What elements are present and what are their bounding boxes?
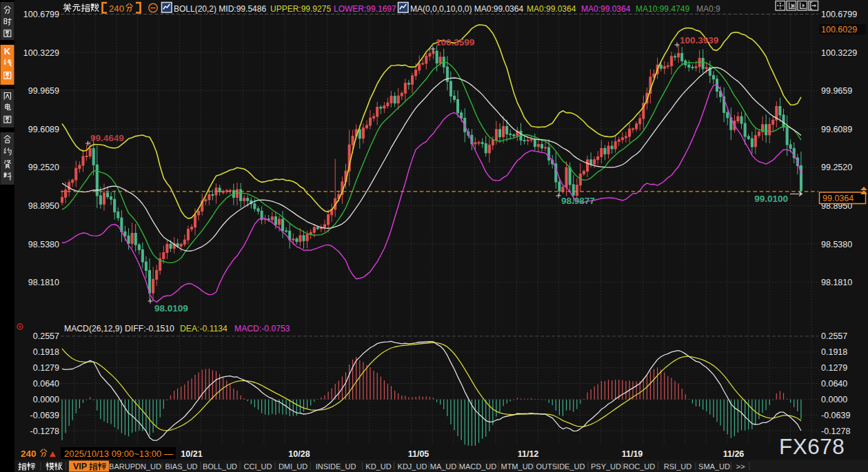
svg-text:-0.0639: -0.0639: [30, 411, 59, 420]
svg-text:100.6029: 100.6029: [821, 25, 857, 34]
svg-text:2025/10/13 09:00~13:00 —: 2025/10/13 09:00~13:00 —: [64, 449, 173, 459]
svg-text:100.3229: 100.3229: [23, 48, 59, 58]
svg-text:MA_UD: MA_UD: [430, 462, 457, 471]
svg-text:ROC_UD: ROC_UD: [623, 462, 656, 471]
svg-text:SMA_UD: SMA_UD: [698, 462, 730, 471]
svg-text:98.1810: 98.1810: [821, 278, 852, 287]
svg-text:100.3599: 100.3599: [436, 37, 474, 48]
svg-text:RSI_UD: RSI_UD: [664, 462, 692, 471]
svg-text:240: 240: [21, 449, 37, 459]
svg-text:11/26: 11/26: [723, 449, 745, 459]
svg-text:BOLL(20,2) MID:99.5486: BOLL(20,2) MID:99.5486: [174, 4, 266, 14]
svg-text:MACD_UD: MACD_UD: [459, 462, 496, 471]
svg-text:MTM_UD: MTM_UD: [501, 462, 533, 471]
svg-text:99.6089: 99.6089: [28, 125, 59, 134]
svg-text:BARUPDN_UD: BARUPDN_UD: [109, 462, 161, 471]
svg-text:98.0109: 98.0109: [154, 303, 188, 314]
svg-text:0.0000: 0.0000: [33, 395, 59, 404]
svg-text:BIAS_UD: BIAS_UD: [165, 462, 197, 471]
svg-text:BOLL_UD: BOLL_UD: [203, 462, 237, 471]
svg-text:99.2520: 99.2520: [28, 163, 59, 172]
svg-text:KDJ_UD: KDJ_UD: [398, 462, 427, 471]
svg-text:99.4649: 99.4649: [90, 133, 124, 143]
svg-text:0.0640: 0.0640: [33, 379, 59, 389]
svg-text:99.6089: 99.6089: [821, 125, 852, 134]
svg-text:11/19: 11/19: [622, 449, 643, 459]
svg-text:VIP: VIP: [73, 462, 87, 471]
svg-text:MACD:-0.0753: MACD:-0.0753: [234, 324, 290, 334]
svg-text:100.6799: 100.6799: [23, 10, 59, 19]
svg-text:11/05: 11/05: [408, 449, 430, 459]
svg-text:100.3939: 100.3939: [680, 35, 718, 45]
svg-text:98.5380: 98.5380: [821, 240, 852, 249]
svg-text:100.6799: 100.6799: [821, 10, 857, 19]
svg-text:MA0:99.0364: MA0:99.0364: [581, 4, 631, 14]
svg-text:KD_UD: KD_UD: [365, 462, 391, 471]
svg-text:UPPER:99.9275: UPPER:99.9275: [270, 4, 331, 14]
svg-text:100.3229: 100.3229: [821, 48, 857, 58]
svg-text:0.2557: 0.2557: [821, 331, 847, 341]
svg-text:10/28: 10/28: [288, 449, 310, 459]
svg-text:99.0100: 99.0100: [754, 194, 788, 204]
svg-text:MA(0,0,0,10,0,0) MA0:99.0364: MA(0,0,0,10,0,0) MA0:99.0364: [410, 4, 523, 14]
svg-text:MACD(26,12,9) DIFF:-0.1510: MACD(26,12,9) DIFF:-0.1510: [64, 324, 174, 334]
svg-text:98.1810: 98.1810: [28, 278, 59, 287]
svg-text:LOWER:99.1697: LOWER:99.1697: [334, 4, 396, 14]
svg-text:MA0:9: MA0:9: [696, 4, 720, 14]
svg-text:DMI_UD: DMI_UD: [279, 462, 307, 471]
svg-text:MA10:99.4749: MA10:99.4749: [636, 4, 689, 14]
svg-text:99.9659: 99.9659: [28, 86, 59, 96]
svg-text:11/12: 11/12: [518, 449, 539, 459]
svg-text:INSIDE_UD: INSIDE_UD: [316, 462, 356, 471]
svg-text:98.9877: 98.9877: [561, 196, 595, 206]
svg-text:0.1279: 0.1279: [821, 363, 847, 373]
svg-text:0.1279: 0.1279: [33, 363, 59, 373]
svg-text:98.5380: 98.5380: [28, 240, 59, 249]
svg-text:99.2520: 99.2520: [821, 163, 852, 172]
svg-text:0.0640: 0.0640: [821, 379, 847, 389]
svg-text:>>: >>: [736, 462, 745, 471]
svg-text:10/21: 10/21: [181, 449, 202, 459]
svg-text:PSY_UD: PSY_UD: [591, 462, 621, 471]
svg-text:99.0364: 99.0364: [822, 194, 854, 203]
svg-text:MA0:99.0364: MA0:99.0364: [527, 4, 576, 14]
svg-text:-0.0639: -0.0639: [821, 411, 850, 420]
svg-text:FX678: FX678: [779, 434, 845, 459]
svg-text:0.1918: 0.1918: [821, 347, 847, 357]
svg-text:OUTSIDE_UD: OUTSIDE_UD: [536, 462, 585, 471]
svg-text:CCI_UD: CCI_UD: [244, 462, 272, 471]
svg-text:99.9659: 99.9659: [821, 86, 852, 96]
svg-text:DEA:-0.1134: DEA:-0.1134: [180, 324, 228, 334]
svg-text:240: 240: [109, 3, 124, 14]
svg-text:0.1918: 0.1918: [33, 347, 59, 357]
svg-text:0.2557: 0.2557: [33, 331, 59, 341]
svg-text:0.0000: 0.0000: [821, 395, 847, 404]
svg-text:-0.1278: -0.1278: [30, 427, 59, 436]
svg-text:98.8950: 98.8950: [28, 201, 59, 211]
svg-text:K: K: [4, 46, 11, 57]
